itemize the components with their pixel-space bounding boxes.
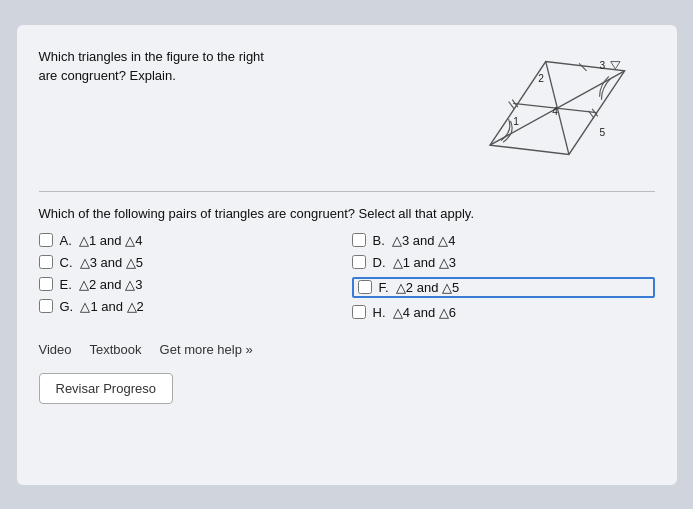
option-G[interactable]: G. △1 and △2	[39, 299, 342, 314]
question-text: Which triangles in the figure to the rig…	[39, 43, 435, 86]
option-D[interactable]: D. △1 and △3	[352, 255, 655, 270]
checkbox-F[interactable]	[358, 280, 372, 294]
option-F-label: F. △2 and △5	[379, 280, 460, 295]
svg-marker-14	[610, 61, 619, 68]
option-B-label: B. △3 and △4	[373, 233, 456, 248]
textbook-link[interactable]: Textbook	[90, 342, 142, 357]
options-right-col: B. △3 and △4 D. △1 and △3 F. △2 and △5 H…	[352, 233, 655, 320]
svg-line-8	[579, 63, 586, 70]
options-layout: A. △1 and △4 C. △3 and △5 E. △2 and △3 G…	[39, 233, 655, 320]
option-G-label: G. △1 and △2	[60, 299, 144, 314]
footer-links: Video Textbook Get more help »	[39, 342, 655, 357]
video-link[interactable]: Video	[39, 342, 72, 357]
help-link[interactable]: Get more help »	[160, 342, 253, 357]
svg-text:4: 4	[552, 106, 558, 117]
checkbox-E[interactable]	[39, 277, 53, 291]
top-section: Which triangles in the figure to the rig…	[39, 43, 655, 173]
checkbox-G[interactable]	[39, 299, 53, 313]
checkbox-B[interactable]	[352, 233, 366, 247]
option-C[interactable]: C. △3 and △5	[39, 255, 342, 270]
select-all-text: Which of the following pairs of triangle…	[39, 206, 655, 221]
checkbox-D[interactable]	[352, 255, 366, 269]
svg-text:1: 1	[513, 115, 519, 126]
figure-area: 2 3 4 1 5	[455, 43, 655, 173]
option-A-label: A. △1 and △4	[60, 233, 143, 248]
revisar-button[interactable]: Revisar Progreso	[39, 373, 173, 404]
options-left-col: A. △1 and △4 C. △3 and △5 E. △2 and △3 G…	[39, 233, 342, 320]
checkbox-A[interactable]	[39, 233, 53, 247]
option-H[interactable]: H. △4 and △6	[352, 305, 655, 320]
main-panel: Which triangles in the figure to the rig…	[17, 25, 677, 485]
option-E-label: E. △2 and △3	[60, 277, 143, 292]
option-D-label: D. △1 and △3	[373, 255, 457, 270]
option-F[interactable]: F. △2 and △5	[352, 277, 655, 298]
svg-text:5: 5	[599, 126, 605, 137]
checkbox-H[interactable]	[352, 305, 366, 319]
svg-line-5	[508, 101, 514, 108]
option-C-label: C. △3 and △5	[60, 255, 144, 270]
checkbox-C[interactable]	[39, 255, 53, 269]
option-A[interactable]: A. △1 and △4	[39, 233, 342, 248]
figure-svg: 2 3 4 1 5	[460, 43, 650, 173]
svg-text:3: 3	[599, 60, 605, 71]
divider	[39, 191, 655, 192]
option-E[interactable]: E. △2 and △3	[39, 277, 342, 292]
svg-text:2: 2	[538, 73, 544, 84]
option-B[interactable]: B. △3 and △4	[352, 233, 655, 248]
option-H-label: H. △4 and △6	[373, 305, 457, 320]
